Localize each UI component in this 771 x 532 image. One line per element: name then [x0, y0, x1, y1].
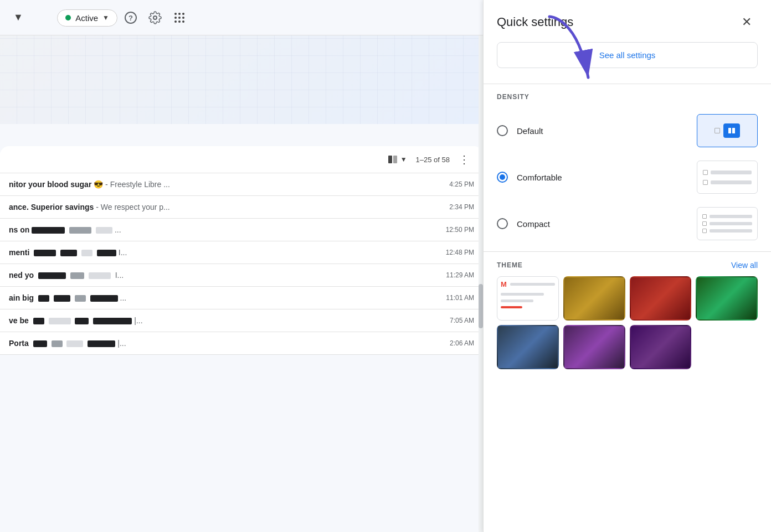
status-chevron-icon: ▼: [102, 14, 109, 22]
density-comfortable-thumb: [697, 161, 758, 194]
email-sender: menti: [9, 248, 29, 257]
density-default-label: Default: [517, 126, 688, 136]
gear-icon: [148, 11, 162, 24]
help-button[interactable]: ?: [120, 7, 142, 29]
table-row[interactable]: Porta |... 2:06 AM: [0, 332, 483, 355]
theme-grid: M: [484, 276, 771, 378]
svg-rect-5: [732, 128, 735, 133]
density-comfortable-option[interactable]: Comfortable: [484, 154, 771, 200]
density-default-option[interactable]: Default: [484, 107, 771, 154]
status-dot: [65, 15, 71, 20]
help-icon: ?: [124, 11, 137, 24]
email-subject: - Freestyle Libre ...: [103, 180, 170, 189]
quick-settings-title: Quick settings: [497, 15, 573, 29]
email-time: 12:48 PM: [446, 249, 474, 256]
email-subject-sender: ned yo I...: [9, 271, 437, 280]
table-row[interactable]: nitor your blood sugar 😎 - Freestyle Lib…: [0, 173, 483, 196]
density-default-thumb: [697, 114, 758, 147]
theme-steel-thumb[interactable]: [497, 325, 559, 369]
divider: [484, 84, 771, 84]
density-compact-option[interactable]: Compact: [484, 200, 771, 247]
email-subject-sender: ns on ...: [9, 225, 437, 234]
apps-button[interactable]: [168, 7, 191, 29]
email-time: 11:29 AM: [446, 271, 474, 279]
email-subject-sender: nitor your blood sugar 😎 - Freestyle Lib…: [9, 180, 440, 189]
email-sender: ain big: [9, 293, 34, 302]
close-button[interactable]: ✕: [736, 11, 758, 33]
email-subject-sender: ance. Superior savings - We respect your…: [9, 203, 440, 211]
email-subject: - We respect your p...: [94, 203, 169, 211]
email-sender: ned yo: [9, 271, 34, 280]
dropdown-indicator: ▼: [400, 156, 407, 163]
theme-purple-thumb[interactable]: [563, 325, 625, 369]
density-compact-label: Compact: [517, 219, 688, 229]
see-all-settings-button[interactable]: See all settings: [497, 42, 758, 68]
theme-header: THEME View all: [484, 256, 771, 276]
email-subject-sender: Porta |...: [9, 339, 441, 348]
email-count: 1–25 of 58: [416, 156, 450, 164]
status-badge[interactable]: Active ▼: [57, 9, 117, 27]
svg-rect-4: [728, 128, 731, 133]
email-subject-sender: menti I...: [9, 248, 437, 257]
theme-red-thumb[interactable]: [630, 276, 692, 321]
email-time: 4:25 PM: [449, 180, 474, 188]
list-columns-icon: [387, 154, 398, 165]
radio-selected-dot: [500, 174, 505, 180]
view-all-link[interactable]: View all: [731, 261, 758, 270]
svg-rect-3: [393, 156, 397, 163]
table-row[interactable]: ve be |... 7:05 AM: [0, 309, 483, 332]
density-section-label: DENSITY: [484, 89, 771, 107]
email-subject-sender: ve be |...: [9, 316, 441, 325]
dropdown-arrow-icon[interactable]: ▼: [9, 7, 28, 28]
table-row[interactable]: ns on ... 12:50 PM: [0, 219, 483, 241]
svg-rect-2: [388, 156, 392, 163]
email-sender: nitor your blood sugar 😎: [9, 180, 103, 189]
email-subject-sender: ain big ...: [9, 293, 437, 302]
list-columns-button[interactable]: ▼: [383, 152, 412, 167]
theme-grapes-thumb[interactable]: [630, 325, 692, 369]
table-row[interactable]: ance. Superior savings - We respect your…: [0, 196, 483, 219]
inbox-panel: ▼ Active ▼ ?: [0, 0, 483, 532]
email-time: 2:06 AM: [450, 339, 474, 347]
top-bar-left: ▼: [9, 7, 28, 28]
email-time: 12:50 PM: [446, 226, 474, 234]
close-icon: ✕: [742, 15, 752, 29]
email-time: 11:01 AM: [446, 294, 474, 302]
status-label: Active: [75, 13, 98, 23]
grid-icon: [174, 13, 184, 23]
top-icons-area: Active ▼ ?: [53, 0, 195, 35]
theme-default-thumb[interactable]: M: [497, 276, 559, 321]
more-vert-icon: ⋮: [459, 153, 470, 166]
theme-chess-thumb[interactable]: [563, 276, 625, 321]
table-row[interactable]: ned yo I... 11:29 AM: [0, 264, 483, 287]
app-container: ▼ Active ▼ ?: [0, 0, 771, 532]
email-time: 7:05 AM: [450, 317, 474, 324]
svg-text:?: ?: [128, 14, 133, 22]
scrollbar-track: [479, 35, 483, 532]
table-row[interactable]: ain big ... 11:01 AM: [0, 287, 483, 309]
radio-comfortable[interactable]: [497, 172, 508, 183]
quick-settings-header: Quick settings ✕: [484, 0, 771, 42]
email-sender: Porta: [9, 339, 29, 348]
scrollbar-thumb[interactable]: [479, 284, 483, 328]
circuit-background: [0, 35, 483, 124]
more-options-button[interactable]: ⋮: [454, 151, 474, 168]
density-compact-thumb: [697, 207, 758, 240]
radio-default[interactable]: [497, 125, 508, 136]
email-sender: ve be: [9, 316, 29, 325]
email-time: 2:34 PM: [449, 203, 474, 211]
theme-section-label: THEME: [497, 261, 523, 269]
email-list-header: ▼ 1–25 of 58 ⋮: [0, 146, 483, 173]
gmail-logo-mini: M: [501, 280, 507, 288]
email-sender: ance. Superior savings: [9, 203, 94, 211]
divider-2: [484, 251, 771, 252]
email-sender: ns on: [9, 225, 32, 234]
density-comfortable-label: Comfortable: [517, 173, 688, 182]
table-row[interactable]: menti I... 12:48 PM: [0, 241, 483, 264]
email-list-area: ▼ 1–25 of 58 ⋮ nitor your blood sugar 😎 …: [0, 146, 483, 355]
theme-green-thumb[interactable]: [696, 276, 758, 321]
radio-compact[interactable]: [497, 218, 508, 229]
quick-settings-panel: Quick settings ✕ See all settings DENSIT…: [483, 0, 771, 532]
settings-button[interactable]: [144, 7, 166, 29]
